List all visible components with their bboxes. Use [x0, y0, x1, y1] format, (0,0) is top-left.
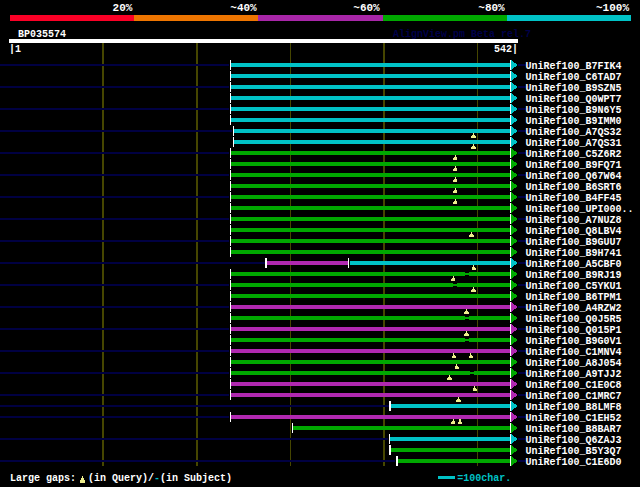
svg-text:(in Subject): (in Subject) — [160, 473, 232, 484]
svg-text:~100%: ~100% — [596, 2, 629, 14]
svg-text:(in Query)/: (in Query)/ — [88, 473, 154, 484]
svg-text:UniRef100_C5YKU1: UniRef100_C5YKU1 — [526, 281, 622, 292]
svg-text:UniRef100_B9H741: UniRef100_B9H741 — [526, 248, 622, 259]
svg-text:UniRef100_B6TPM1: UniRef100_B6TPM1 — [526, 292, 622, 303]
svg-text:UniRef100_Q6ZAJ3: UniRef100_Q6ZAJ3 — [526, 435, 622, 446]
svg-text:UniRef100_A4RZW2: UniRef100_A4RZW2 — [526, 303, 622, 314]
svg-text:UniRef100_Q015P1: UniRef100_Q015P1 — [526, 325, 622, 336]
svg-text:UniRef100_B9GUU7: UniRef100_B9GUU7 — [526, 237, 622, 248]
svg-text:UniRef100_Q0WPT7: UniRef100_Q0WPT7 — [526, 94, 622, 105]
svg-text:UniRef100_Q67W64: UniRef100_Q67W64 — [526, 171, 622, 182]
svg-text:UniRef100_B5Y3Q7: UniRef100_B5Y3Q7 — [526, 446, 622, 457]
svg-text:542|: 542| — [494, 44, 518, 55]
svg-text:UniRef100_Q0J5R5: UniRef100_Q0J5R5 — [526, 314, 622, 325]
svg-text:20%: 20% — [113, 2, 133, 14]
svg-text:UniRef100_C1E6D0: UniRef100_C1E6D0 — [526, 457, 622, 468]
svg-text:UniRef100_C1MRC7: UniRef100_C1MRC7 — [526, 391, 622, 402]
svg-text:UniRef100_B8BAR7: UniRef100_B8BAR7 — [526, 424, 622, 435]
svg-text:UniRef100_B4FF45: UniRef100_B4FF45 — [526, 193, 622, 204]
svg-text:BP035574: BP035574 — [18, 29, 66, 40]
svg-text:UniRef100_B8LMF8: UniRef100_B8LMF8 — [526, 402, 622, 413]
svg-text:UniRef100_B9RJ19: UniRef100_B9RJ19 — [526, 270, 622, 281]
svg-text:UniRef100_C1E0C8: UniRef100_C1E0C8 — [526, 380, 622, 391]
svg-text:~60%: ~60% — [353, 2, 380, 14]
svg-text:AlignView.pm Beta rel.7: AlignView.pm Beta rel.7 — [393, 29, 531, 40]
svg-text:UniRef100_Q8LBV4: UniRef100_Q8LBV4 — [526, 226, 622, 237]
svg-text:UniRef100_B6SRT6: UniRef100_B6SRT6 — [526, 182, 622, 193]
svg-text:|1: |1 — [9, 44, 21, 55]
svg-text:UniRef100_B7FIK4: UniRef100_B7FIK4 — [526, 61, 622, 72]
svg-text:UniRef100_B9N6Y5: UniRef100_B9N6Y5 — [526, 105, 622, 116]
svg-text:~40%: ~40% — [230, 2, 257, 14]
svg-text:UniRef100_A7QS32: UniRef100_A7QS32 — [526, 127, 622, 138]
svg-text:UniRef100_C1EH52: UniRef100_C1EH52 — [526, 413, 622, 424]
svg-text:~80%: ~80% — [478, 2, 505, 14]
svg-text:UniRef100_B9SZN5: UniRef100_B9SZN5 — [526, 83, 622, 94]
svg-text:UniRef100_A5CBF0: UniRef100_A5CBF0 — [526, 259, 622, 270]
svg-text:UniRef100_B9G0V1: UniRef100_B9G0V1 — [526, 336, 622, 347]
svg-text:UniRef100_A9TJJ2: UniRef100_A9TJJ2 — [526, 369, 622, 380]
svg-text:=100char.: =100char. — [457, 473, 511, 484]
svg-text:UniRef100_A7NUZ8: UniRef100_A7NUZ8 — [526, 215, 622, 226]
svg-text:UniRef100_UPI000..: UniRef100_UPI000.. — [526, 204, 634, 215]
svg-text:Large gaps:: Large gaps: — [10, 473, 76, 484]
svg-text:UniRef100_C6TAD7: UniRef100_C6TAD7 — [526, 72, 622, 83]
svg-text:UniRef100_A7QS31: UniRef100_A7QS31 — [526, 138, 622, 149]
svg-text:UniRef100_C5Z6R2: UniRef100_C5Z6R2 — [526, 149, 622, 160]
svg-text:UniRef100_A8J054: UniRef100_A8J054 — [526, 358, 622, 369]
svg-text:UniRef100_C1MNV4: UniRef100_C1MNV4 — [526, 347, 622, 358]
svg-text:UniRef100_B9FQ71: UniRef100_B9FQ71 — [526, 160, 622, 171]
svg-text:UniRef100_B9IMM0: UniRef100_B9IMM0 — [526, 116, 622, 127]
